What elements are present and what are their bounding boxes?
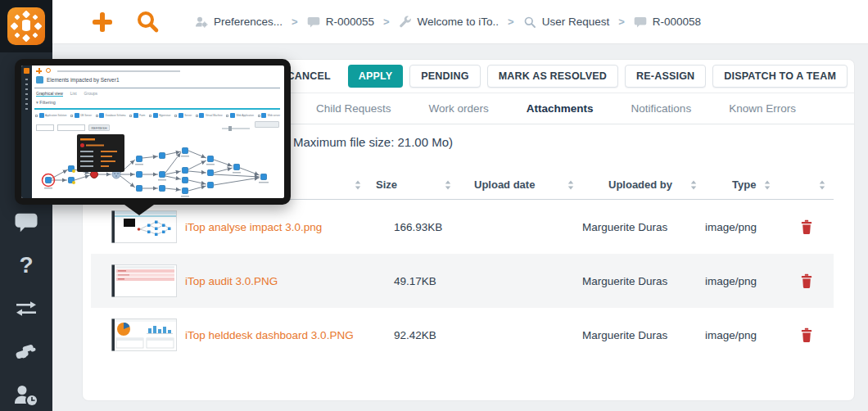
mini-itop-logo — [24, 68, 29, 74]
attachment-thumbnail[interactable] — [111, 210, 177, 243]
impact-graph — [32, 134, 284, 198]
mini-zoom-slider — [222, 128, 250, 129]
search-icon — [136, 10, 160, 34]
attachment-file-link[interactable]: iTop analyse impact 3.0.png — [185, 221, 322, 233]
sidebar-tool-list: ? — [0, 210, 52, 411]
sidebar-item-transfer[interactable] — [0, 296, 52, 321]
sidebar-item-chat[interactable] — [0, 210, 52, 234]
trash-icon — [800, 327, 813, 342]
delete-attachment-button[interactable] — [800, 219, 813, 234]
chevron-right-icon: > — [618, 16, 625, 28]
column-actions[interactable] — [779, 170, 834, 199]
attachment-type: image/png — [705, 275, 779, 287]
table-row: iTop audit 3.0.PNG 49.17KB Marguerite Du… — [91, 254, 834, 308]
transfer-arrows-icon — [15, 300, 38, 318]
tab-known-errors[interactable]: Known Errors — [729, 102, 796, 115]
attachment-file-link[interactable]: iTop helddesk dashboard 3.0.PNG — [185, 329, 354, 341]
mark-as-resolved-button[interactable]: MARK AS RESOLVED — [487, 65, 618, 88]
table-row: iTop analyse impact 3.0.png 166.93KB Mar… — [91, 200, 834, 254]
attachment-thumbnail[interactable] — [111, 264, 177, 297]
reassign-button[interactable]: RE-ASSIGN — [625, 65, 706, 88]
breadcrumb-item-preferences[interactable]: Preferences... — [195, 16, 283, 29]
attachment-uploaded-by: Marguerite Duras — [582, 329, 705, 341]
column-label: Uploaded by — [608, 178, 672, 191]
chat-icon — [307, 16, 320, 29]
mini-filtering-label: Filtering — [36, 100, 56, 105]
user-gear-icon — [195, 16, 208, 29]
user-clock-icon — [13, 384, 39, 407]
itop-logo-icon — [7, 7, 45, 45]
sort-icon — [819, 180, 825, 190]
mini-threshold-input — [36, 124, 54, 131]
breadcrumb-label: Welcome to iTo.. — [418, 16, 500, 28]
handshake-icon — [13, 342, 39, 362]
teal-divider — [34, 108, 280, 110]
attachment-size: 92.42KB — [369, 329, 459, 341]
chevron-right-icon: > — [292, 16, 298, 28]
breadcrumb-label: User Request — [542, 16, 610, 28]
breadcrumb-item-user-request[interactable]: User Request — [523, 16, 610, 29]
divider — [34, 88, 280, 88]
mini-tab-list: List — [70, 91, 77, 97]
attachment-size: 49.17KB — [369, 275, 459, 287]
attachment-uploaded-by: Marguerite Duras — [582, 221, 705, 233]
max-file-size-note: Maximum file size: 21.00 Mo) — [293, 135, 453, 149]
apply-button[interactable]: APPLY — [348, 65, 404, 88]
mini-tab-groups: Groups — [84, 91, 97, 97]
column-uploaded-by[interactable]: Uploaded by — [582, 170, 705, 199]
tab-child-requests[interactable]: Child Requests — [316, 102, 391, 115]
tab-work-orders[interactable]: Work orders — [429, 102, 489, 115]
delete-attachment-button[interactable] — [800, 327, 813, 342]
itop-app-window: ? — [0, 0, 868, 411]
chevron-right-icon: > — [508, 16, 514, 28]
create-new-button[interactable] — [92, 11, 113, 33]
global-search-button[interactable] — [136, 10, 160, 34]
sidebar-item-user-time[interactable] — [0, 383, 52, 408]
column-label: Upload date — [474, 178, 535, 191]
sort-icon — [567, 180, 574, 190]
breadcrumb-item-r000058[interactable]: R-000058 — [634, 16, 701, 29]
tab-attachments[interactable]: Attachments — [527, 102, 594, 115]
column-type[interactable]: Type — [705, 170, 779, 199]
breadcrumb-item-r000055[interactable]: R-000055 — [307, 16, 374, 29]
delete-attachment-button[interactable] — [800, 273, 813, 288]
column-label: Size — [376, 178, 397, 191]
breadcrumb: Preferences... > R-000055 > Welcome to i… — [195, 16, 701, 29]
mini-sidebar — [21, 65, 32, 198]
chevron-right-icon: > — [383, 16, 390, 28]
mini-search-icon — [46, 68, 51, 73]
server-icon — [36, 76, 43, 84]
question-mark-icon: ? — [19, 254, 33, 277]
breadcrumb-label: R-000055 — [326, 16, 374, 28]
sort-icon — [690, 180, 697, 190]
top-header: Preferences... > R-000055 > Welcome to i… — [52, 0, 868, 44]
breadcrumb-item-welcome[interactable]: Welcome to iTo.. — [399, 16, 500, 29]
mini-page-title: Elements impacted by Server1 — [36, 76, 120, 84]
dispatch-to-team-button[interactable]: DISPATCH TO A TEAM — [712, 65, 848, 88]
dashboard-thumbnail-image — [111, 318, 177, 351]
mini-filter-row: Application Solution DB Server Database … — [35, 113, 280, 118]
mini-actions-button — [255, 121, 279, 128]
mini-plus-icon — [36, 68, 42, 74]
attachment-thumbnail[interactable] — [111, 318, 177, 351]
itop-logo[interactable] — [0, 0, 52, 52]
impact-thumbnail-image — [111, 210, 177, 243]
pending-button[interactable]: PENDING — [409, 65, 480, 88]
trash-icon — [800, 219, 813, 234]
breadcrumb-label: R-000058 — [653, 16, 701, 28]
sidebar-item-services[interactable] — [0, 340, 52, 364]
mini-title-text: Elements impacted by Server1 — [47, 77, 120, 83]
sort-icon — [764, 180, 771, 190]
sort-icon — [355, 180, 361, 190]
chat-icon — [634, 16, 647, 29]
mini-context-dropdown — [57, 124, 85, 131]
attachment-file-link[interactable]: iTop audit 3.0.PNG — [185, 275, 278, 287]
sidebar-item-help[interactable]: ? — [0, 253, 52, 278]
column-upload-date[interactable]: Upload date — [459, 170, 582, 199]
column-size[interactable]: Size — [369, 170, 459, 199]
table-row: iTop helddesk dashboard 3.0.PNG 92.42KB … — [91, 308, 834, 362]
tab-notifications[interactable]: Notifications — [631, 102, 692, 115]
mini-breadcrumb — [57, 70, 180, 72]
mini-tab-graphical: Graphical view — [36, 91, 63, 97]
breadcrumb-label: Preferences... — [214, 16, 283, 28]
